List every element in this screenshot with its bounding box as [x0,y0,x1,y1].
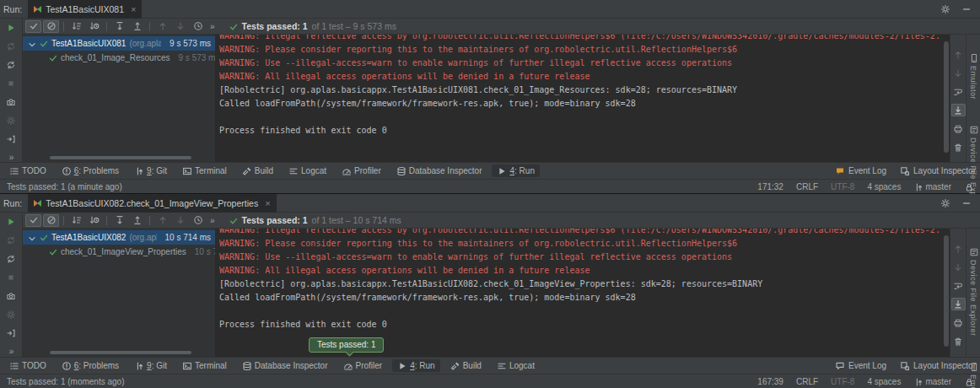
tree-row-test[interactable]: check_01_ImageView_Properties 10 s 714 m… [23,245,215,259]
collapse-all-button[interactable] [129,20,145,33]
file-encoding[interactable]: UTF-8 [831,377,854,386]
git-branch-widget[interactable]: master [913,377,951,386]
print-button[interactable] [951,316,966,329]
screenshot-button[interactable] [6,97,16,107]
toolwindow-run[interactable]: 4: Run [392,359,439,372]
lock-icon[interactable] [964,377,973,386]
rerun-failed-tests-button[interactable] [6,235,16,245]
toolwindow-database-inspector[interactable]: Database Inspector [237,359,333,372]
scroll-to-end-button[interactable] [951,104,966,116]
toolwindow-run[interactable]: 4: Run [492,164,539,177]
stop-button[interactable] [6,272,16,283]
file-encoding[interactable]: UTF-8 [831,182,854,191]
toolwindow-problems[interactable]: 6: Problems [57,164,124,177]
rerun-failed-tests-button[interactable] [6,41,16,51]
toolwindow-logcat[interactable]: Logcat [283,164,331,177]
soft-wrap-button[interactable] [951,85,966,98]
toolbar-more-icon[interactable]: » [207,22,217,31]
caret-position[interactable]: 167:39 [757,377,783,386]
console-vertical-scrollbar[interactable] [944,235,949,347]
tree-row-root[interactable]: TestA1BasicUIX082 (org.aplas.basica 10 s… [23,230,215,245]
clear-all-button[interactable] [951,335,966,348]
more-actions-icon[interactable]: » [7,347,16,356]
next-failed-button[interactable] [172,214,188,227]
expand-all-button[interactable] [111,20,127,33]
indent-setting[interactable]: 4 spaces [867,377,901,386]
toolwindow-todo[interactable]: TODO [4,359,51,372]
sort-alphabetically-button[interactable] [68,214,84,227]
dock-emulator[interactable]: Emulator [969,53,978,100]
dock-device-file-explorer[interactable]: Device File Explorer [969,247,978,337]
sort-by-duration-button[interactable] [86,20,102,33]
console-vertical-scrollbar[interactable] [944,41,949,153]
toolwindow-profiler[interactable]: Profiler [338,359,388,372]
stop-button[interactable] [6,78,16,89]
screen-record-button[interactable] [6,310,16,320]
layout-inspector-button[interactable]: Layout Inspector [900,166,976,175]
import-tests-button[interactable] [6,328,16,338]
toolwindow-build[interactable]: Build [237,164,278,177]
git-branch-widget[interactable]: master [913,182,951,191]
toolwindow-git[interactable]: 9: Git [129,164,172,177]
screen-record-button[interactable] [6,116,16,126]
indent-setting[interactable]: 4 spaces [867,182,901,191]
tree-horizontal-scrollbar[interactable] [50,156,191,159]
import-tests-button[interactable] [6,134,16,144]
close-icon[interactable]: × [131,4,136,14]
rerun-button[interactable] [6,23,16,33]
next-failed-button[interactable] [172,20,188,33]
tree-row-root[interactable]: TestA1BasicUIX081 (org.aplas.basica 9 s … [23,36,215,51]
scroll-up-button[interactable] [951,242,966,255]
test-history-button[interactable] [190,20,206,33]
event-log-button[interactable]: Event Log [835,361,886,370]
test-history-button[interactable] [190,214,206,227]
scroll-up-button[interactable] [951,48,966,61]
close-icon[interactable]: × [265,198,270,208]
toolwindow-database-inspector[interactable]: Database Inspector [391,164,487,177]
scroll-down-button[interactable] [951,67,966,79]
hide-panel-icon[interactable] [961,198,972,208]
previous-failed-button[interactable] [154,214,170,227]
print-button[interactable] [951,122,966,135]
show-ignored-button[interactable] [43,20,59,33]
tree-horizontal-scrollbar[interactable] [50,351,191,354]
toggle-auto-test-button[interactable] [6,254,16,264]
toolwindow-todo[interactable]: TODO [4,164,51,177]
scroll-to-end-button[interactable] [951,298,966,310]
show-passed-button[interactable] [25,214,41,227]
hide-panel-icon[interactable] [961,4,972,14]
settings-gear-icon[interactable] [940,4,950,14]
tree-row-test[interactable]: check_01_Image_Resources 9 s 573 ms [23,51,215,65]
show-passed-button[interactable] [25,20,41,33]
run-tab-top[interactable]: TestA1BasicUIX081 × [28,0,142,19]
toggle-auto-test-button[interactable] [6,60,16,70]
toolwindow-problems[interactable]: 6: Problems [57,359,124,372]
event-log-button[interactable]: Event Log [835,166,886,175]
expand-all-button[interactable] [111,214,127,227]
line-ending[interactable]: CRLF [796,377,818,386]
screenshot-button[interactable] [6,291,16,301]
toolwindow-logcat[interactable]: Logcat [492,359,540,372]
line-ending[interactable]: CRLF [796,182,818,191]
previous-failed-button[interactable] [154,20,170,33]
toolwindow-build[interactable]: Build [445,359,487,372]
toolwindow-git[interactable]: 9: Git [129,359,172,372]
more-actions-icon[interactable]: » [7,153,16,162]
run-tab-bottom[interactable]: TestA1BasicUIX082.check_01_ImageView_Pro… [28,194,276,213]
toolwindow-terminal[interactable]: Terminal [177,359,232,372]
layout-inspector-button[interactable]: Layout Inspector [900,361,976,370]
chevron-down-icon[interactable] [27,40,35,48]
toolwindow-profiler[interactable]: Profiler [337,164,386,177]
collapse-all-button[interactable] [129,214,145,227]
sort-by-duration-button[interactable] [86,214,102,227]
chevron-down-icon[interactable] [27,234,35,242]
toolbar-more-icon[interactable]: » [207,216,217,225]
show-ignored-button[interactable] [43,214,59,227]
settings-gear-icon[interactable] [940,198,950,208]
soft-wrap-button[interactable] [951,279,966,292]
caret-position[interactable]: 171:32 [757,182,783,191]
sort-alphabetically-button[interactable] [68,20,84,33]
lock-icon[interactable] [964,182,973,191]
clear-all-button[interactable] [951,141,966,154]
toolwindow-terminal[interactable]: Terminal [177,164,232,177]
